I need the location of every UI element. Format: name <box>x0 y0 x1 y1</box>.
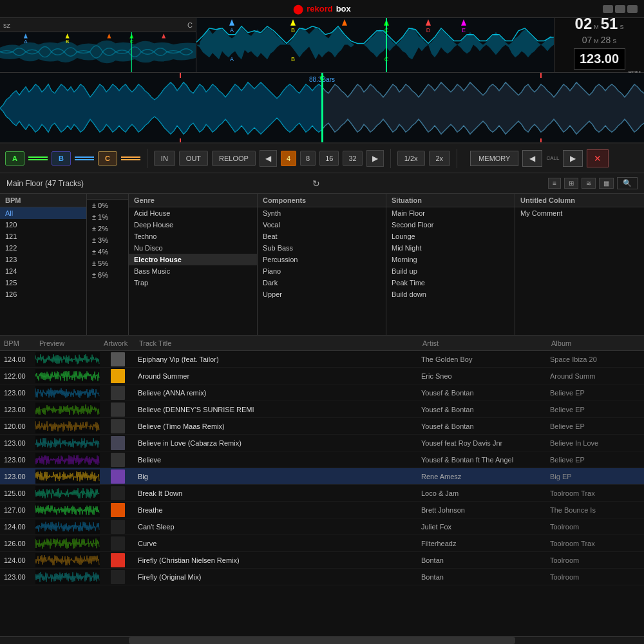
maximize-button[interactable] <box>615 5 625 13</box>
bpm-rate-header <box>87 194 128 200</box>
track-row[interactable]: 126.00CurveFilterheadzToolroom Trax <box>0 535 644 552</box>
bpm-filter-item[interactable]: 124 <box>0 265 86 277</box>
situation-filter-item[interactable]: Peak Time <box>386 277 515 289</box>
situation-filter-item[interactable]: Main Floor <box>386 207 515 219</box>
reloop-button[interactable]: RELOOP <box>212 151 256 166</box>
track-row[interactable]: 124.00Epiphany Vip (feat. Tailor)The Gol… <box>0 351 644 368</box>
close-control-button[interactable]: ✕ <box>587 149 609 167</box>
track-row[interactable]: 123.00Believe (ANNA remix)Yousef & Bonta… <box>0 384 644 401</box>
bpm-rate-filter-item[interactable]: ± 0% <box>87 200 128 211</box>
track-album: The Bounce Is <box>547 506 644 514</box>
track-row[interactable]: 123.00Firefly (Original Mix)BontanToolro… <box>0 569 644 585</box>
components-filter-item[interactable]: Sub Bass <box>258 242 386 254</box>
call-prev-button[interactable]: ◀ <box>522 150 542 167</box>
bpm-filter-item[interactable]: 120 <box>0 219 86 231</box>
bpm-rate-filter-item[interactable]: ± 1% <box>87 211 128 223</box>
track-row[interactable]: 123.00BelieveYousef & Bontan ft The Ange… <box>0 451 644 468</box>
minimize-button[interactable] <box>603 5 613 13</box>
genre-filter-item[interactable]: Electro House <box>129 254 257 265</box>
mini-waveform[interactable]: // We'll use inline SVG path for mini wa… <box>0 32 196 72</box>
untitled-filter-item[interactable]: My Comment <box>515 207 644 219</box>
components-filter-item[interactable]: Percussion <box>258 254 386 265</box>
track-row[interactable]: 123.00BigRene AmeszBig EP <box>0 468 644 485</box>
genre-filter-list[interactable]: Acid HouseDeep HouseTechnoNu DiscoElectr… <box>129 207 257 335</box>
bottom-scrollbar[interactable] <box>0 636 644 644</box>
svg-text:D: D <box>426 27 431 33</box>
cue-b-button[interactable]: B <box>52 151 71 166</box>
track-row[interactable]: 125.00Break It DownLoco & JamToolroom Tr… <box>0 485 644 502</box>
genre-filter-item[interactable]: Bass Music <box>129 265 257 277</box>
bpm-rate-filter-item[interactable]: ± 6% <box>87 269 128 281</box>
components-column-header: Components <box>258 194 386 207</box>
close-window-button[interactable] <box>627 5 638 13</box>
grid-view-button[interactable]: ⊞ <box>564 178 578 189</box>
loop-32-button[interactable]: 32 <box>343 151 362 166</box>
cue-c-button[interactable]: C <box>98 151 117 166</box>
waveform-overview[interactable]: A B C D E A B C <box>196 18 554 72</box>
bpm-rate-list[interactable]: ± 0%± 1%± 2%± 3%± 4%± 5%± 6% <box>87 200 128 335</box>
loop-16-button[interactable]: 16 <box>319 151 339 166</box>
bpm-rate-filter-item[interactable]: ± 3% <box>87 234 128 246</box>
situation-filter-item[interactable]: Lounge <box>386 231 515 242</box>
components-filter-item[interactable]: Piano <box>258 265 386 277</box>
waveform-view-button[interactable]: ≋ <box>582 178 596 189</box>
genre-filter-item[interactable]: Techno <box>129 231 257 242</box>
genre-filter-item[interactable]: Nu Disco <box>129 242 257 254</box>
situation-filter-item[interactable]: Second Floor <box>386 219 515 231</box>
sync-icon[interactable]: ↻ <box>312 178 320 189</box>
memory-button[interactable]: MEMORY <box>470 151 518 166</box>
in-button[interactable]: IN <box>154 151 175 166</box>
list-view-button[interactable]: ≡ <box>548 178 561 189</box>
situation-filter-item[interactable]: Build up <box>386 265 515 277</box>
cue-a-button[interactable]: A <box>5 151 24 166</box>
artwork-view-button[interactable]: ▦ <box>599 178 614 189</box>
window-controls[interactable] <box>603 5 638 13</box>
track-row[interactable]: 124.00Can't SleepJuliet FoxToolroom <box>0 518 644 535</box>
loop-4-button[interactable]: 4 <box>281 151 296 166</box>
bpm-rate-filter-item[interactable]: ± 2% <box>87 223 128 234</box>
loop-prev-button[interactable]: ◀ <box>260 150 277 167</box>
genre-filter-item[interactable]: Acid House <box>129 207 257 219</box>
loop-8-button[interactable]: 8 <box>300 151 316 166</box>
genre-filter-item[interactable]: Trap <box>129 277 257 289</box>
situation-filter-item[interactable]: Morning <box>386 254 515 265</box>
track-preview-wave <box>35 520 100 534</box>
bpm-filter-item[interactable]: 121 <box>0 231 86 242</box>
track-artwork-thumb <box>100 436 135 450</box>
bpm-rate-filter-item[interactable]: ± 5% <box>87 258 128 269</box>
main-waveform[interactable]: 88.3Bars C <box>0 73 644 144</box>
library-search-button[interactable]: 🔍 <box>617 177 638 189</box>
double-speed-button[interactable]: 2x <box>429 151 451 166</box>
bpm-rate-filter-item[interactable]: ± 4% <box>87 246 128 258</box>
play-button[interactable]: ▶ <box>563 150 583 167</box>
track-row[interactable]: 123.00Believe in Love (Cabarza Remix)You… <box>0 435 644 451</box>
bpm-filter-item[interactable]: 123 <box>0 254 86 265</box>
bpm-filter-item[interactable]: 122 <box>0 242 86 254</box>
bpm-filter-item[interactable]: 126 <box>0 289 86 300</box>
loop-next-button[interactable]: ▶ <box>366 150 384 167</box>
bpm-filter-item[interactable]: All <box>0 207 86 219</box>
components-filter-item[interactable]: Dark <box>258 277 386 289</box>
components-filter-item[interactable]: Beat <box>258 231 386 242</box>
track-row[interactable]: 124.00Firefly (Christian Nielsen Remix)B… <box>0 552 644 569</box>
track-album: Around Summ <box>547 372 644 380</box>
track-row[interactable]: 122.00Around SummerEric SneoAround Summ <box>0 368 644 384</box>
situation-filter-list[interactable]: Main FloorSecond FloorLoungeMid NightMor… <box>386 207 515 335</box>
track-artwork-thumb <box>100 503 135 517</box>
components-filter-item[interactable]: Upper <box>258 289 386 300</box>
bpm-filter-list[interactable]: All120121122123124125126 <box>0 207 86 335</box>
situation-filter-item[interactable]: Build down <box>386 289 515 300</box>
untitled-filter-list[interactable]: My Comment <box>515 207 644 335</box>
track-row[interactable]: 127.00BreatheBrett JohnsonThe Bounce Is <box>0 502 644 518</box>
components-filter-item[interactable]: Vocal <box>258 219 386 231</box>
track-row[interactable]: 120.00Believe (Timo Maas Remix)Yousef & … <box>0 418 644 435</box>
half-speed-button[interactable]: 1/2x <box>397 151 425 166</box>
situation-filter-item[interactable]: Mid Night <box>386 242 515 254</box>
bpm-filter-item[interactable]: 125 <box>0 277 86 289</box>
components-filter-list[interactable]: SynthVocalBeatSub BassPercussionPianoDar… <box>258 207 386 335</box>
components-filter-item[interactable]: Synth <box>258 207 386 219</box>
track-row[interactable]: 123.00Believe (DENNEY'S SUNRISE REMIYous… <box>0 401 644 418</box>
genre-filter-item[interactable]: Deep House <box>129 219 257 231</box>
out-button[interactable]: OUT <box>179 151 208 166</box>
track-list-body[interactable]: 124.00Epiphany Vip (feat. Tailor)The Gol… <box>0 351 644 636</box>
